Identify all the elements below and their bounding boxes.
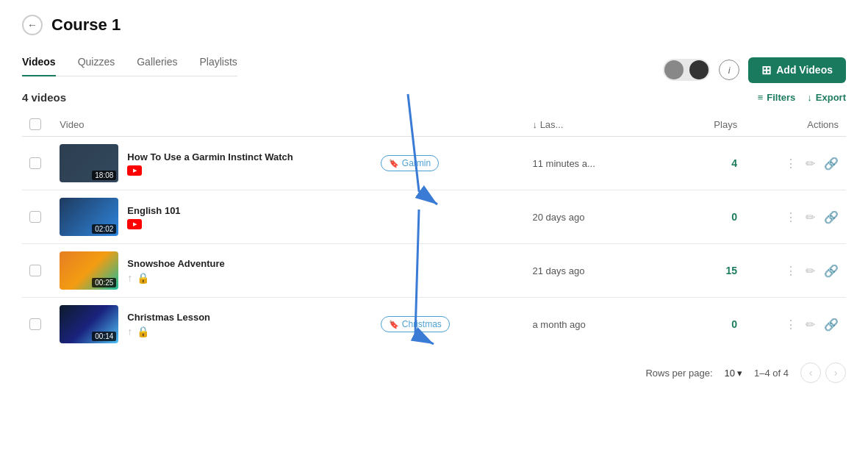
- next-page-button[interactable]: ›: [825, 362, 846, 383]
- filter-icon: ≡: [758, 92, 764, 103]
- toggle-off: [664, 60, 684, 79]
- pagination: Rows per page: 10 ▾ 1–4 of 4 ‹ ›: [22, 351, 846, 395]
- table-row: 00:25 Snowshoe Adventure ↑🔒 21 days ago …: [22, 244, 846, 298]
- video-info: English 101: [127, 205, 180, 229]
- playlist-tag[interactable]: 🔖 Christmas: [381, 316, 450, 332]
- table-header-row: 4 videos ≡ Filters ↓ Export: [22, 91, 846, 104]
- table-row: 00:14 Christmas Lesson ↑🔒 🔖 Christmas: [22, 298, 846, 351]
- bookmark-icon: 🔖: [389, 159, 399, 168]
- video-cell: 18:08 How To Use a Garmin Instinct Watch: [60, 144, 365, 182]
- playlist-tag-label: Christmas: [402, 319, 442, 329]
- tab-videos[interactable]: Videos: [22, 49, 56, 76]
- video-title: English 101: [127, 205, 180, 216]
- filters-button[interactable]: ≡ Filters: [758, 92, 796, 103]
- page-header: ← Course 1: [22, 15, 846, 35]
- bookmark-icon: 🔖: [389, 320, 399, 329]
- page-navigation: ‹ ›: [800, 362, 846, 383]
- video-thumbnail: 02:02: [60, 198, 118, 236]
- filters-label: Filters: [767, 92, 795, 103]
- link-button[interactable]: 🔗: [824, 318, 839, 332]
- more-options-button[interactable]: ⋮: [785, 264, 797, 278]
- row-checkbox-2[interactable]: [29, 265, 41, 276]
- tab-quizzes[interactable]: Quizzes: [78, 49, 115, 76]
- video-duration: 00:25: [92, 278, 116, 287]
- col-header-playlist: [373, 112, 526, 137]
- row-checkbox-1[interactable]: [29, 211, 41, 223]
- actions-cell: ⋮ ✏ 🔗: [752, 157, 839, 171]
- more-options-button[interactable]: ⋮: [785, 210, 797, 224]
- video-source-icons: ↑🔒: [127, 326, 210, 337]
- tab-galleries[interactable]: Galleries: [137, 49, 177, 76]
- edit-button[interactable]: ✏: [806, 157, 815, 171]
- upload-icon: ↑: [127, 326, 132, 337]
- link-button[interactable]: 🔗: [824, 264, 839, 278]
- prev-page-button[interactable]: ‹: [800, 362, 821, 383]
- more-options-button[interactable]: ⋮: [785, 157, 797, 171]
- video-thumbnail: 18:08: [60, 144, 118, 182]
- lock-icon: 🔒: [137, 272, 149, 284]
- rows-per-page-select[interactable]: 10 ▾: [725, 368, 742, 379]
- add-videos-button[interactable]: ⊞ Add Videos: [748, 57, 846, 83]
- header-controls: i ⊞ Add Videos: [663, 57, 846, 83]
- app-container: ← Course 1 Videos Quizzes Galleries Play…: [0, 0, 868, 458]
- video-duration: 00:14: [92, 332, 116, 341]
- last-modified: a month ago: [533, 319, 586, 330]
- plays-count: 4: [731, 157, 737, 169]
- back-icon: ←: [27, 19, 37, 31]
- add-icon: ⊞: [761, 63, 771, 77]
- page-info: 1–4 of 4: [754, 368, 789, 379]
- upload-icon: ↑: [127, 272, 132, 284]
- video-duration: 02:02: [92, 224, 116, 234]
- link-button[interactable]: 🔗: [824, 210, 839, 224]
- video-cell: 02:02 English 101: [60, 198, 365, 236]
- export-icon: ↓: [807, 92, 812, 103]
- col-header-actions: Actions: [745, 112, 846, 137]
- youtube-icon: [127, 165, 142, 176]
- info-icon: i: [728, 65, 731, 76]
- last-modified: 20 days ago: [533, 212, 585, 223]
- tab-bar: Videos Quizzes Galleries Playlists: [22, 49, 237, 76]
- video-source-icons: [127, 165, 293, 176]
- actions-cell: ⋮ ✏ 🔗: [752, 264, 839, 278]
- videos-table: Video ↓ Las... Plays Actions 18:08 How T…: [22, 112, 846, 351]
- tab-playlists[interactable]: Playlists: [199, 49, 237, 76]
- export-label: Export: [816, 92, 846, 103]
- video-source-icons: ↑🔒: [127, 272, 224, 284]
- back-button[interactable]: ←: [22, 15, 43, 35]
- plays-count: 0: [731, 211, 737, 223]
- page-title: Course 1: [51, 15, 121, 35]
- edit-button[interactable]: ✏: [806, 264, 815, 278]
- select-all-checkbox[interactable]: [29, 118, 41, 130]
- video-thumbnail: 00:14: [60, 305, 118, 343]
- edit-button[interactable]: ✏: [806, 210, 815, 224]
- rows-per-page-label: Rows per page:: [645, 368, 712, 379]
- rows-per-page-value: 10: [725, 368, 735, 379]
- add-videos-label: Add Videos: [776, 64, 833, 76]
- table-row: 18:08 How To Use a Garmin Instinct Watch…: [22, 137, 846, 190]
- last-modified: 11 minutes a...: [533, 158, 595, 169]
- actions-cell: ⋮ ✏ 🔗: [752, 318, 839, 332]
- row-checkbox-3[interactable]: [29, 318, 41, 330]
- edit-button[interactable]: ✏: [806, 318, 815, 332]
- video-info: Snowshoe Adventure ↑🔒: [127, 258, 224, 284]
- youtube-icon: [127, 219, 142, 229]
- video-cell: 00:14 Christmas Lesson ↑🔒: [60, 305, 365, 343]
- video-title: How To Use a Garmin Instinct Watch: [127, 151, 293, 162]
- video-duration: 18:08: [92, 171, 116, 180]
- table-row: 02:02 English 101 20 days ago 0: [22, 190, 846, 244]
- link-button[interactable]: 🔗: [824, 157, 839, 171]
- videos-count: 4 videos: [22, 91, 66, 104]
- export-button[interactable]: ↓ Export: [807, 92, 846, 103]
- video-title: Christmas Lesson: [127, 312, 210, 323]
- more-options-button[interactable]: ⋮: [785, 318, 797, 332]
- playlist-tag[interactable]: 🔖 Garmin: [381, 155, 439, 171]
- actions-cell: ⋮ ✏ 🔗: [752, 210, 839, 224]
- video-title: Snowshoe Adventure: [127, 258, 224, 269]
- video-source-icons: [127, 219, 180, 229]
- video-cell: 00:25 Snowshoe Adventure ↑🔒: [60, 251, 365, 290]
- info-button[interactable]: i: [719, 60, 739, 80]
- col-header-last: ↓ Las...: [526, 112, 661, 137]
- row-checkbox-0[interactable]: [29, 157, 41, 169]
- toggle-switch[interactable]: [663, 59, 710, 81]
- col-header-video: Video: [52, 112, 373, 137]
